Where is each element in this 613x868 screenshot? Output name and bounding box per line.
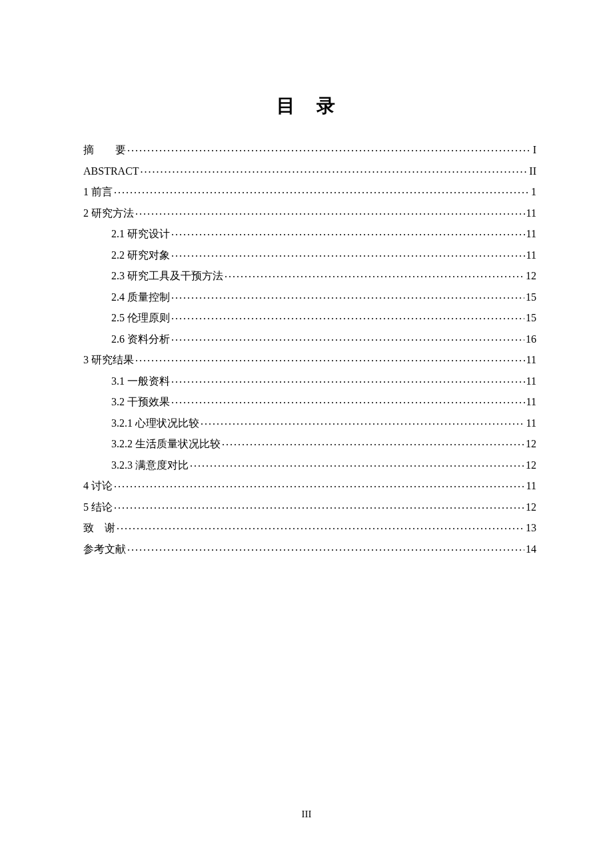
toc-entry-page: 12 [526,460,536,471]
toc-leader-dots [171,227,525,237]
toc-entry-page: 11 [526,250,536,261]
toc-entry: 3.2.2 生活质量状况比较12 [83,437,536,449]
toc-entry-page: II [529,166,536,177]
toc-entry-label: 3.1 一般资料 [111,376,170,387]
document-page: 目 录 摘 要IABSTRACT II1 前言12 研究方法112.1 研究设计… [0,0,613,555]
toc-leader-dots [171,311,524,321]
toc-entry: 2.3 研究工具及干预方法12 [83,269,536,281]
toc-leader-dots [114,479,525,489]
toc-entry-label: 1 前言 [83,187,113,197]
toc-entry-page: 11 [526,376,536,387]
toc-entry-page: 11 [526,208,536,219]
toc-entry: 3.2.3 满意度对比12 [83,458,536,471]
toc-leader-dots [171,248,525,259]
page-number: III [0,809,613,820]
toc-entry: 3.2.1 心理状况比较11 [83,416,536,429]
toc-entry: 2.1 研究设计11 [83,227,536,239]
toc-entry-page: I [533,145,536,155]
toc-entry: 摘 要I [83,143,536,155]
toc-leader-dots [127,542,524,553]
toc-leader-dots [171,290,524,301]
toc-leader-dots [171,374,525,385]
toc-entry: 3.1 一般资料11 [83,374,536,387]
toc-leader-dots [127,143,532,153]
toc-leader-dots [190,458,524,469]
toc-entry-label: 2.5 伦理原则 [111,313,170,323]
toc-entry-label: 3.2.2 生活质量状况比较 [111,439,221,449]
toc-entry-page: 15 [526,313,536,323]
toc-entry-page: 11 [526,418,536,429]
toc-entry: 2 研究方法11 [83,206,536,219]
toc-entry-label: 2.2 研究对象 [111,250,170,261]
toc-leader-dots [114,500,524,511]
toc-entry-label: 3.2 干预效果 [111,397,170,407]
toc-entry: 2.5 伦理原则15 [83,311,536,323]
toc-entry: 2.2 研究对象11 [83,248,536,261]
toc-entry-page: 12 [526,439,536,449]
toc-leader-dots [171,395,525,405]
toc-entry-page: 15 [526,292,536,303]
toc-entry-label: 致 谢 [83,523,115,533]
table-of-contents: 摘 要IABSTRACT II1 前言12 研究方法112.1 研究设计112.… [83,143,536,555]
toc-entry-page: 1 [531,187,536,197]
toc-entry: 参考文献14 [83,542,536,555]
toc-entry-page: 12 [526,271,536,281]
toc-entry: 3 研究结果11 [83,353,536,365]
toc-entry-page: 11 [526,481,536,491]
toc-leader-dots [171,332,524,343]
toc-leader-dots [201,416,525,427]
toc-leader-dots [135,206,525,217]
toc-entry-label: 2.6 资料分析 [111,334,170,345]
toc-entry: 致 谢13 [83,521,536,533]
toc-entry-page: 11 [526,397,536,407]
toc-leader-dots [225,269,524,279]
toc-leader-dots [114,185,530,195]
toc-entry-label: 2.4 质量控制 [111,292,170,303]
toc-leader-dots [117,521,524,531]
toc-leader-dots [141,164,528,175]
toc-entry: 1 前言1 [83,185,536,197]
toc-entry-label: ABSTRACT [83,166,139,177]
toc-entry-page: 12 [526,502,536,513]
toc-title: 目 录 [83,93,536,119]
toc-entry: 4 讨论11 [83,479,536,491]
toc-entry: 3.2 干预效果11 [83,395,536,407]
toc-entry-label: 3.2.3 满意度对比 [111,460,189,471]
toc-entry-page: 16 [526,334,536,345]
toc-entry: 2.4 质量控制15 [83,290,536,303]
toc-leader-dots [222,437,524,447]
toc-entry-label: 5 结论 [83,502,113,513]
toc-entry-label: 2.3 研究工具及干预方法 [111,271,223,281]
toc-entry-page: 11 [526,229,536,239]
toc-leader-dots [135,353,525,363]
toc-entry: 5 结论12 [83,500,536,513]
toc-entry: ABSTRACT II [83,164,536,177]
toc-entry-label: 2 研究方法 [83,208,134,219]
toc-entry-label: 3 研究结果 [83,355,134,365]
toc-entry-label: 参考文献 [83,544,126,555]
toc-entry-page: 11 [526,355,536,365]
toc-entry-label: 摘 要 [83,145,126,155]
toc-entry: 2.6 资料分析16 [83,332,536,345]
toc-entry-page: 13 [526,523,536,533]
toc-entry-label: 2.1 研究设计 [111,229,170,239]
toc-entry-label: 3.2.1 心理状况比较 [111,418,199,429]
toc-entry-label: 4 讨论 [83,481,113,491]
toc-entry-page: 14 [526,544,536,555]
